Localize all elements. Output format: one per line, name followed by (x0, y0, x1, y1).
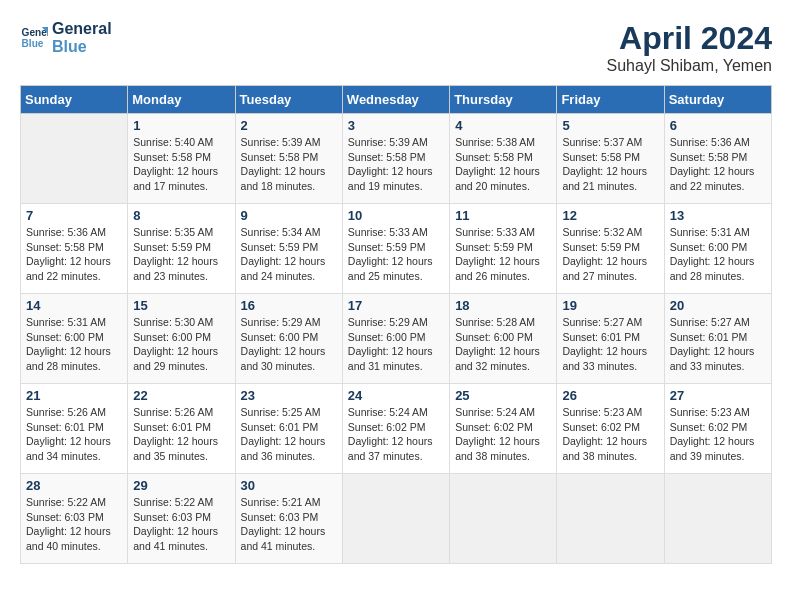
day-cell: 13Sunrise: 5:31 AM Sunset: 6:00 PM Dayli… (664, 204, 771, 294)
day-info: Sunrise: 5:40 AM Sunset: 5:58 PM Dayligh… (133, 135, 229, 194)
day-cell (21, 114, 128, 204)
day-number: 8 (133, 208, 229, 223)
page-header: General Blue General Blue April 2024 Suh… (20, 20, 772, 75)
day-cell: 26Sunrise: 5:23 AM Sunset: 6:02 PM Dayli… (557, 384, 664, 474)
day-info: Sunrise: 5:24 AM Sunset: 6:02 PM Dayligh… (348, 405, 444, 464)
day-cell: 19Sunrise: 5:27 AM Sunset: 6:01 PM Dayli… (557, 294, 664, 384)
day-info: Sunrise: 5:36 AM Sunset: 5:58 PM Dayligh… (26, 225, 122, 284)
day-cell (450, 474, 557, 564)
day-cell (342, 474, 449, 564)
header-cell-monday: Monday (128, 86, 235, 114)
day-cell: 3Sunrise: 5:39 AM Sunset: 5:58 PM Daylig… (342, 114, 449, 204)
header-cell-friday: Friday (557, 86, 664, 114)
week-row-5: 28Sunrise: 5:22 AM Sunset: 6:03 PM Dayli… (21, 474, 772, 564)
day-info: Sunrise: 5:25 AM Sunset: 6:01 PM Dayligh… (241, 405, 337, 464)
svg-text:Blue: Blue (22, 38, 44, 49)
day-cell: 7Sunrise: 5:36 AM Sunset: 5:58 PM Daylig… (21, 204, 128, 294)
day-number: 1 (133, 118, 229, 133)
day-cell: 29Sunrise: 5:22 AM Sunset: 6:03 PM Dayli… (128, 474, 235, 564)
day-info: Sunrise: 5:30 AM Sunset: 6:00 PM Dayligh… (133, 315, 229, 374)
day-cell: 20Sunrise: 5:27 AM Sunset: 6:01 PM Dayli… (664, 294, 771, 384)
general-blue-logo-icon: General Blue (20, 24, 48, 52)
day-info: Sunrise: 5:39 AM Sunset: 5:58 PM Dayligh… (348, 135, 444, 194)
day-cell: 30Sunrise: 5:21 AM Sunset: 6:03 PM Dayli… (235, 474, 342, 564)
calendar-table: SundayMondayTuesdayWednesdayThursdayFrid… (20, 85, 772, 564)
day-cell: 18Sunrise: 5:28 AM Sunset: 6:00 PM Dayli… (450, 294, 557, 384)
logo: General Blue General Blue (20, 20, 112, 55)
day-info: Sunrise: 5:27 AM Sunset: 6:01 PM Dayligh… (670, 315, 766, 374)
logo-general: General (52, 20, 112, 38)
day-info: Sunrise: 5:27 AM Sunset: 6:01 PM Dayligh… (562, 315, 658, 374)
day-cell: 17Sunrise: 5:29 AM Sunset: 6:00 PM Dayli… (342, 294, 449, 384)
header-cell-tuesday: Tuesday (235, 86, 342, 114)
day-cell: 22Sunrise: 5:26 AM Sunset: 6:01 PM Dayli… (128, 384, 235, 474)
day-number: 22 (133, 388, 229, 403)
day-number: 14 (26, 298, 122, 313)
day-cell (557, 474, 664, 564)
day-info: Sunrise: 5:37 AM Sunset: 5:58 PM Dayligh… (562, 135, 658, 194)
day-number: 2 (241, 118, 337, 133)
day-number: 9 (241, 208, 337, 223)
day-info: Sunrise: 5:24 AM Sunset: 6:02 PM Dayligh… (455, 405, 551, 464)
day-info: Sunrise: 5:21 AM Sunset: 6:03 PM Dayligh… (241, 495, 337, 554)
day-info: Sunrise: 5:26 AM Sunset: 6:01 PM Dayligh… (26, 405, 122, 464)
day-info: Sunrise: 5:34 AM Sunset: 5:59 PM Dayligh… (241, 225, 337, 284)
day-number: 12 (562, 208, 658, 223)
day-number: 24 (348, 388, 444, 403)
header-cell-thursday: Thursday (450, 86, 557, 114)
day-cell: 16Sunrise: 5:29 AM Sunset: 6:00 PM Dayli… (235, 294, 342, 384)
location-title: Suhayl Shibam, Yemen (607, 57, 772, 75)
week-row-4: 21Sunrise: 5:26 AM Sunset: 6:01 PM Dayli… (21, 384, 772, 474)
day-cell: 2Sunrise: 5:39 AM Sunset: 5:58 PM Daylig… (235, 114, 342, 204)
day-cell: 15Sunrise: 5:30 AM Sunset: 6:00 PM Dayli… (128, 294, 235, 384)
day-info: Sunrise: 5:26 AM Sunset: 6:01 PM Dayligh… (133, 405, 229, 464)
day-cell: 4Sunrise: 5:38 AM Sunset: 5:58 PM Daylig… (450, 114, 557, 204)
day-cell: 21Sunrise: 5:26 AM Sunset: 6:01 PM Dayli… (21, 384, 128, 474)
logo-blue: Blue (52, 38, 112, 56)
day-number: 10 (348, 208, 444, 223)
day-cell: 8Sunrise: 5:35 AM Sunset: 5:59 PM Daylig… (128, 204, 235, 294)
day-number: 13 (670, 208, 766, 223)
day-info: Sunrise: 5:23 AM Sunset: 6:02 PM Dayligh… (562, 405, 658, 464)
day-cell: 25Sunrise: 5:24 AM Sunset: 6:02 PM Dayli… (450, 384, 557, 474)
day-number: 16 (241, 298, 337, 313)
header-cell-sunday: Sunday (21, 86, 128, 114)
day-info: Sunrise: 5:29 AM Sunset: 6:00 PM Dayligh… (241, 315, 337, 374)
week-row-3: 14Sunrise: 5:31 AM Sunset: 6:00 PM Dayli… (21, 294, 772, 384)
day-number: 20 (670, 298, 766, 313)
day-number: 23 (241, 388, 337, 403)
day-info: Sunrise: 5:22 AM Sunset: 6:03 PM Dayligh… (133, 495, 229, 554)
day-info: Sunrise: 5:23 AM Sunset: 6:02 PM Dayligh… (670, 405, 766, 464)
day-number: 3 (348, 118, 444, 133)
day-info: Sunrise: 5:31 AM Sunset: 6:00 PM Dayligh… (26, 315, 122, 374)
day-cell: 10Sunrise: 5:33 AM Sunset: 5:59 PM Dayli… (342, 204, 449, 294)
header-row: SundayMondayTuesdayWednesdayThursdayFrid… (21, 86, 772, 114)
day-info: Sunrise: 5:22 AM Sunset: 6:03 PM Dayligh… (26, 495, 122, 554)
day-info: Sunrise: 5:38 AM Sunset: 5:58 PM Dayligh… (455, 135, 551, 194)
day-number: 18 (455, 298, 551, 313)
day-number: 30 (241, 478, 337, 493)
day-number: 4 (455, 118, 551, 133)
day-number: 5 (562, 118, 658, 133)
day-info: Sunrise: 5:33 AM Sunset: 5:59 PM Dayligh… (348, 225, 444, 284)
day-number: 15 (133, 298, 229, 313)
week-row-2: 7Sunrise: 5:36 AM Sunset: 5:58 PM Daylig… (21, 204, 772, 294)
month-title: April 2024 (607, 20, 772, 57)
day-cell: 5Sunrise: 5:37 AM Sunset: 5:58 PM Daylig… (557, 114, 664, 204)
day-cell: 14Sunrise: 5:31 AM Sunset: 6:00 PM Dayli… (21, 294, 128, 384)
day-info: Sunrise: 5:35 AM Sunset: 5:59 PM Dayligh… (133, 225, 229, 284)
week-row-1: 1Sunrise: 5:40 AM Sunset: 5:58 PM Daylig… (21, 114, 772, 204)
day-info: Sunrise: 5:39 AM Sunset: 5:58 PM Dayligh… (241, 135, 337, 194)
day-cell: 27Sunrise: 5:23 AM Sunset: 6:02 PM Dayli… (664, 384, 771, 474)
day-number: 17 (348, 298, 444, 313)
day-cell (664, 474, 771, 564)
title-block: April 2024 Suhayl Shibam, Yemen (607, 20, 772, 75)
day-cell: 24Sunrise: 5:24 AM Sunset: 6:02 PM Dayli… (342, 384, 449, 474)
day-number: 26 (562, 388, 658, 403)
day-cell: 23Sunrise: 5:25 AM Sunset: 6:01 PM Dayli… (235, 384, 342, 474)
day-number: 25 (455, 388, 551, 403)
day-info: Sunrise: 5:31 AM Sunset: 6:00 PM Dayligh… (670, 225, 766, 284)
day-cell: 9Sunrise: 5:34 AM Sunset: 5:59 PM Daylig… (235, 204, 342, 294)
day-number: 27 (670, 388, 766, 403)
header-cell-wednesday: Wednesday (342, 86, 449, 114)
